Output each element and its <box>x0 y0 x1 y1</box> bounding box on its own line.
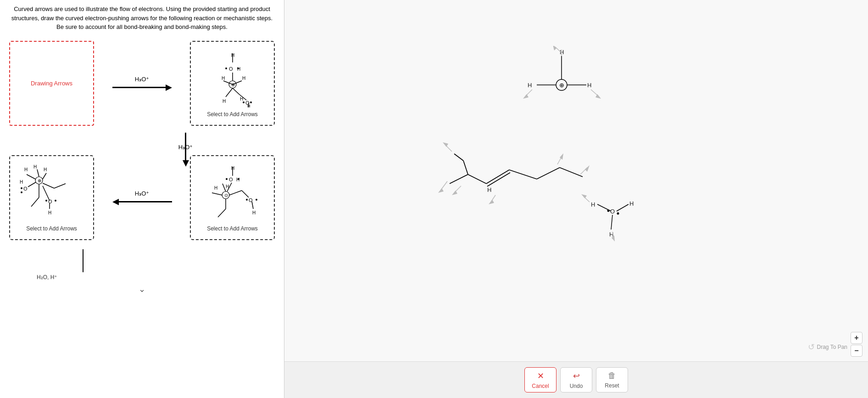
svg-point-20 <box>250 101 252 103</box>
svg-text:O: O <box>23 186 28 191</box>
svg-text:H: H <box>214 185 217 191</box>
molecule-box-1[interactable]: O H H ⊕ <box>190 41 275 126</box>
molecule-box-3[interactable]: O H H H H ⊙ <box>190 155 275 240</box>
right-panel: H ⊕ H H <box>284 0 868 398</box>
canvas-area[interactable]: H ⊕ H H <box>284 0 868 361</box>
svg-marker-115 <box>581 194 587 198</box>
svg-line-110 <box>617 204 629 211</box>
mol-2-container: H H H ⊕ O <box>20 163 84 223</box>
down-chevron[interactable]: ⌄ <box>139 284 145 294</box>
cancel-button[interactable]: ✕ Cancel <box>524 367 556 392</box>
arrow-head-1 <box>166 84 172 91</box>
svg-text:H: H <box>629 200 634 207</box>
svg-text:H: H <box>587 82 591 89</box>
horiz-arrow-right-1 <box>112 84 172 91</box>
svg-marker-94 <box>438 188 444 193</box>
svg-text:H: H <box>20 179 23 185</box>
svg-line-85 <box>463 161 468 174</box>
svg-line-90 <box>509 170 537 179</box>
bottom-vert-line <box>83 249 83 272</box>
zoom-in-button[interactable]: + <box>851 332 862 344</box>
right-mol-alkene: H <box>436 124 596 227</box>
zoom-out-button[interactable]: − <box>851 345 862 357</box>
svg-line-83 <box>450 174 468 184</box>
reset-label: Reset <box>605 382 619 389</box>
select-label-2: Select to Add Arrows <box>26 225 77 232</box>
select-label-3: Select to Add Arrows <box>207 225 258 232</box>
svg-line-39 <box>31 197 39 207</box>
mol-1-svg: O H H ⊕ <box>200 49 265 108</box>
svg-text:H: H <box>223 99 226 104</box>
svg-text:H: H <box>487 186 491 193</box>
arrow-head-left <box>112 199 119 205</box>
bottom-vert <box>83 249 83 272</box>
drawing-arrows-box: Drawing Arrows <box>9 41 94 126</box>
horiz-arrow-left-1 <box>112 199 172 205</box>
svg-marker-80 <box>595 94 601 99</box>
svg-line-112 <box>611 215 612 230</box>
mol-3-svg: O H H H H ⊙ <box>200 163 265 223</box>
zoom-controls: + − <box>851 332 862 357</box>
svg-line-9 <box>226 88 233 97</box>
svg-text:H: H <box>591 201 595 208</box>
drag-to-pan: ↺ Drag To Pan <box>808 342 848 352</box>
row2: H H H ⊕ O <box>9 155 275 240</box>
svg-point-108 <box>607 210 610 212</box>
svg-line-61 <box>218 209 226 217</box>
svg-line-28 <box>27 174 35 179</box>
svg-text:H: H <box>237 67 240 72</box>
drawing-arrows-label: Drawing Arrows <box>31 80 72 87</box>
svg-line-91 <box>537 168 560 179</box>
svg-point-64 <box>256 199 257 201</box>
svg-marker-98 <box>452 191 457 195</box>
svg-point-34 <box>21 191 22 193</box>
svg-point-42 <box>55 200 56 202</box>
svg-line-29 <box>37 169 39 177</box>
svg-text:O: O <box>610 208 615 215</box>
reset-button[interactable]: 🗑 Reset <box>596 367 628 392</box>
svg-text:H: H <box>247 104 250 108</box>
right-mol-h3o-svg: H ⊕ H H <box>514 46 615 129</box>
cancel-icon: ✕ <box>537 371 544 381</box>
svg-line-36 <box>43 183 54 188</box>
drag-icon: ↺ <box>808 342 815 352</box>
svg-text:⊙: ⊙ <box>224 193 228 198</box>
instructions-text: Curved arrows are used to illustrate the… <box>9 5 275 32</box>
svg-text:H: H <box>236 177 239 182</box>
reagent-label-3: H₃O⁺ <box>135 190 150 197</box>
molecule-box-2[interactable]: H H H ⊕ O <box>9 155 94 240</box>
svg-marker-104 <box>489 200 494 204</box>
select-label-1: Select to Add Arrows <box>207 111 258 118</box>
svg-line-65 <box>242 191 249 197</box>
svg-line-45 <box>43 186 50 201</box>
svg-text:H: H <box>48 210 51 215</box>
svg-line-30 <box>43 173 46 179</box>
reagent-label-2: H₃O⁺ <box>178 144 193 151</box>
drag-label: Drag To Pan <box>817 344 848 350</box>
svg-text:H: H <box>24 167 28 172</box>
svg-marker-96 <box>443 142 448 147</box>
undo-button[interactable]: ↩ Undo <box>560 367 592 392</box>
svg-point-33 <box>21 187 22 189</box>
svg-point-19 <box>243 101 245 103</box>
svg-line-88 <box>486 170 509 184</box>
svg-line-37 <box>54 184 66 188</box>
svg-marker-82 <box>553 46 556 50</box>
right-mol-h3o: H ⊕ H H <box>514 46 615 130</box>
svg-text:H: H <box>44 167 47 172</box>
svg-text:H: H <box>231 53 234 58</box>
svg-point-63 <box>246 199 248 201</box>
bottom-section: H₂O, H⁺ <box>9 249 275 280</box>
svg-text:O: O <box>229 66 233 72</box>
svg-text:O: O <box>229 177 233 182</box>
mol-3-container: O H H H H ⊙ <box>200 163 265 223</box>
svg-line-10 <box>233 88 239 95</box>
svg-line-86 <box>454 154 463 161</box>
row1: Drawing Arrows H₃O⁺ O <box>9 41 275 126</box>
svg-point-48 <box>226 178 228 180</box>
arrow-line-2 <box>119 201 172 202</box>
mol-2-svg: H H H ⊕ O <box>20 163 84 223</box>
svg-line-58 <box>223 184 226 191</box>
right-mol-alkene-svg: H <box>436 124 596 225</box>
cancel-label: Cancel <box>532 383 549 389</box>
